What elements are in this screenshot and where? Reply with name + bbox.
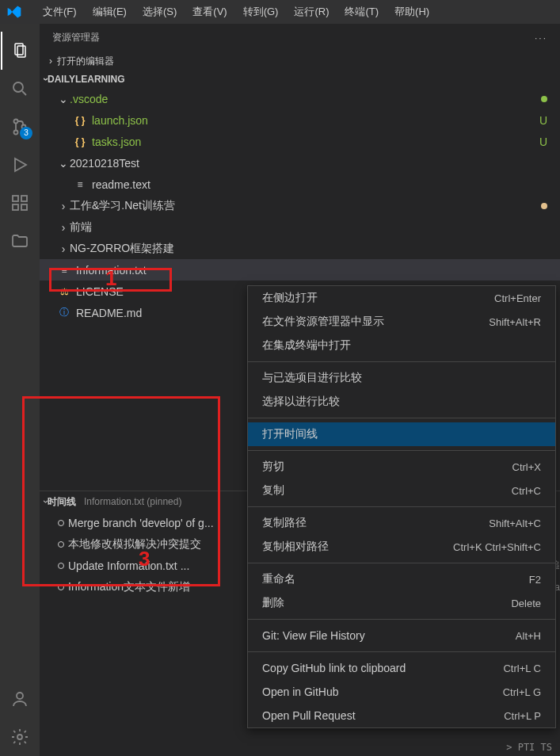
context-menu-item[interactable]: Git: View File HistoryAlt+H <box>248 624 555 647</box>
folder-name: 工作&学习.Net训练营 <box>70 199 175 213</box>
svg-point-12 <box>17 735 22 739</box>
context-menu-shortcut: Delete <box>511 598 541 609</box>
file-icon: ≡ <box>73 178 87 192</box>
svg-line-3 <box>22 91 26 95</box>
source-control-icon[interactable]: 3 <box>1 108 39 146</box>
commit-dot-icon <box>54 584 68 590</box>
context-menu-label: Open Pull Request <box>262 709 356 722</box>
git-status-dot <box>541 96 547 102</box>
file-row[interactable]: { }launch.jsonU <box>40 109 560 131</box>
svg-rect-7 <box>13 196 18 201</box>
menu-item[interactable]: 转到(G) <box>235 6 287 17</box>
folder-row[interactable]: ⌄20210218Test <box>40 152 560 174</box>
context-menu-item[interactable]: 在侧边打开Ctrl+Enter <box>248 286 555 310</box>
context-menu-separator <box>248 418 555 418</box>
vscode-logo-icon <box>6 4 22 20</box>
context-menu-item[interactable]: 剪切Ctrl+X <box>248 455 555 479</box>
folder-name: .vscode <box>70 93 108 105</box>
context-menu-separator <box>248 651 555 652</box>
menu-item[interactable]: 编辑(E) <box>85 6 135 17</box>
menu-item[interactable]: 选择(S) <box>135 6 185 17</box>
chevron-down-icon: › <box>40 78 51 81</box>
project-section[interactable]: › DAILYLEARNING <box>40 71 560 88</box>
file-row[interactable]: ≡Information.txt <box>40 259 560 281</box>
context-menu-label: 与已选项目进行比较 <box>262 371 362 385</box>
context-menu-item[interactable]: Copy GitHub link to clipboardCtrl+L C <box>248 656 555 680</box>
file-icon: { } <box>73 135 87 149</box>
context-menu-item[interactable]: Open in GitHubCtrl+L G <box>248 680 555 704</box>
extensions-icon[interactable] <box>1 184 39 222</box>
menu-item[interactable]: 终端(T) <box>337 6 387 17</box>
run-debug-icon[interactable] <box>1 146 39 184</box>
context-menu-separator <box>248 361 555 362</box>
svg-point-11 <box>17 693 23 699</box>
context-menu-shortcut: Shift+Alt+R <box>489 316 541 328</box>
menu-item[interactable]: 查看(V) <box>185 6 234 17</box>
open-editors-section[interactable]: › 打开的编辑器 <box>40 52 560 71</box>
context-menu-item[interactable]: 复制相对路径Ctrl+K Ctrl+Shift+C <box>248 535 555 559</box>
folder-icon[interactable] <box>1 222 39 260</box>
chevron-down-icon: ⌄ <box>57 157 70 170</box>
svg-point-5 <box>14 131 18 135</box>
svg-rect-1 <box>17 46 25 57</box>
activity-bar: 3 <box>0 24 40 756</box>
context-menu-item[interactable]: 选择以进行比较 <box>248 390 555 414</box>
more-icon[interactable]: ··· <box>535 32 547 44</box>
menu-item[interactable]: 帮助(H) <box>387 6 437 17</box>
context-menu-separator <box>248 450 555 451</box>
context-menu-item[interactable]: 在文件资源管理器中显示Shift+Alt+R <box>248 310 555 334</box>
context-menu: 在侧边打开Ctrl+Enter在文件资源管理器中显示Shift+Alt+R在集成… <box>247 285 556 728</box>
svg-point-4 <box>14 120 18 124</box>
folder-row[interactable]: ›前端 <box>40 216 560 238</box>
context-menu-item[interactable]: Open Pull RequestCtrl+L P <box>248 704 555 727</box>
account-icon[interactable] <box>1 680 39 718</box>
folder-row[interactable]: ⌄.vscode <box>40 88 560 109</box>
file-row[interactable]: ≡readme.text <box>40 174 560 195</box>
chevron-down-icon: › <box>40 500 51 503</box>
context-menu-shortcut: Alt+H <box>516 630 541 642</box>
chevron-down-icon: ⌄ <box>57 93 70 105</box>
folder-row[interactable]: ›NG-ZORRO框架搭建 <box>40 238 560 259</box>
context-menu-item[interactable]: 复制路径Shift+Alt+C <box>248 511 555 535</box>
menu-item[interactable]: 运行(R) <box>286 6 337 17</box>
context-menu-item[interactable]: 重命名F2 <box>248 567 555 591</box>
statusbar-hint: > PTI TS <box>506 742 552 753</box>
file-row[interactable]: { }tasks.jsonU <box>40 131 560 152</box>
commit-dot-icon <box>54 563 68 569</box>
context-menu-separator <box>248 506 555 507</box>
context-menu-label: 剪切 <box>262 460 284 474</box>
context-menu-separator <box>248 619 555 620</box>
context-menu-item[interactable]: 与已选项目进行比较 <box>248 366 555 390</box>
git-status-untracked: U <box>539 114 547 127</box>
sidebar-title: 资源管理器 <box>52 31 100 44</box>
commit-dot-icon <box>54 520 68 526</box>
search-icon[interactable] <box>1 70 39 108</box>
context-menu-item[interactable]: 复制Ctrl+C <box>248 479 555 502</box>
context-menu-shortcut: Ctrl+L G <box>503 686 541 698</box>
svg-rect-0 <box>15 44 23 55</box>
context-menu-shortcut: Ctrl+C <box>512 485 541 497</box>
context-menu-item[interactable]: 删除Delete <box>248 591 555 615</box>
context-menu-item[interactable]: 在集成终端中打开 <box>248 334 555 357</box>
folder-row[interactable]: ›工作&学习.Net训练营 <box>40 195 560 216</box>
context-menu-shortcut: Ctrl+X <box>512 461 541 473</box>
menu-item[interactable]: 文件(F) <box>35 6 85 17</box>
folder-name: NG-ZORRO框架搭建 <box>70 242 174 256</box>
context-menu-label: Open in GitHub <box>262 685 339 698</box>
context-menu-label: Copy GitHub link to clipboard <box>262 662 406 674</box>
context-menu-label: 重命名 <box>262 572 295 586</box>
settings-gear-icon[interactable] <box>1 718 39 756</box>
menubar: 文件(F)编辑(E)选择(S)查看(V)转到(G)运行(R)终端(T)帮助(H) <box>0 0 560 24</box>
chevron-right-icon: › <box>57 200 70 212</box>
file-name: tasks.json <box>92 136 141 148</box>
context-menu-shortcut: Ctrl+K Ctrl+Shift+C <box>453 541 541 553</box>
context-menu-label: 打开时间线 <box>262 427 318 441</box>
context-menu-shortcut: Shift+Alt+C <box>489 517 541 529</box>
file-name: launch.json <box>92 114 148 127</box>
explorer-icon[interactable] <box>1 32 39 70</box>
file-icon: ≡ <box>57 263 71 277</box>
context-menu-shortcut: Ctrl+L C <box>503 662 541 674</box>
file-icon: ⚖ <box>57 284 71 299</box>
context-menu-item[interactable]: 打开时间线 <box>248 422 555 446</box>
context-menu-label: 选择以进行比较 <box>262 395 340 409</box>
